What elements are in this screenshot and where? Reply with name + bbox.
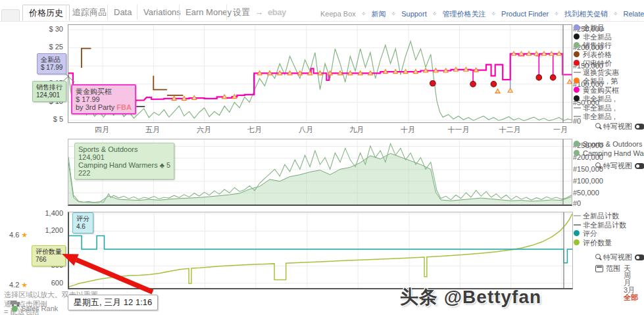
y-tick-count: 1,400	[25, 209, 63, 217]
legend-item-review-count[interactable]: 评价数量	[574, 239, 644, 247]
link-related-best-sellers[interactable]: Related Best Sellers	[624, 10, 644, 18]
legend-label: Sports & Outdoors	[583, 140, 643, 148]
legend-item-used-count[interactable]: 非全新品计数	[574, 221, 644, 230]
diamond-separator-icon: ✧	[388, 11, 400, 17]
legend-dot	[574, 24, 580, 30]
magnifier-icon	[595, 162, 601, 168]
legend-dot	[574, 95, 580, 101]
legend-item-buybox[interactable]: 黄金购买框	[574, 86, 644, 95]
rating-review-chart[interactable]	[68, 212, 573, 289]
y-tick-count: 600	[25, 279, 63, 287]
legend-label: 销售排行	[583, 41, 612, 49]
legend-item-new-3rd[interactable]: 全新品 , 第	[574, 77, 644, 85]
y-tick-rank2: #50,000	[573, 189, 599, 197]
legend-label: Camping Hand Warmers	[583, 149, 644, 157]
closeup-view-toggle-2[interactable]: 特写视图	[595, 162, 644, 171]
magnifier-icon	[595, 254, 601, 259]
price-history-chart[interactable]	[68, 24, 572, 123]
x-tick-month: 十二月	[499, 125, 521, 135]
legend-item-subcategory[interactable]: Camping Hand Warmers	[574, 149, 644, 158]
legend-dot	[574, 87, 580, 93]
y-tick-count: 1,200	[25, 226, 63, 234]
x-tick-month: 十月	[401, 125, 415, 135]
legend-item-lightning-deal[interactable]: 闪电特价	[574, 59, 644, 68]
top-links: Keepa Box ✧ 新闻 ✧ Support ✧ 管理价格关注 ✧ Prod…	[320, 9, 644, 20]
legend-label: 列表价格	[583, 51, 612, 59]
keepa-price-history-page: { "tabs": {"items": [ {"label": "价格历史", …	[0, 0, 644, 315]
diamond-separator-icon: ✧	[358, 11, 370, 17]
legend-line	[574, 215, 581, 216]
rating-tick-top: 4.6 ★	[9, 231, 28, 239]
y-tick-price: $ 30	[25, 25, 63, 33]
x-tick-month: 七月	[247, 125, 262, 135]
legend-item-new-count[interactable]: 全新品计数	[574, 212, 644, 220]
calendar-icon	[595, 265, 603, 272]
sales-rank-bottom-legend: Sales Rank	[12, 304, 58, 312]
star-icon: ★	[21, 281, 28, 289]
tooltip-new-price: 全新品$ 17.99	[37, 53, 66, 74]
legend-item-category[interactable]: Sports & Outdoors	[574, 140, 644, 149]
tab-price-history[interactable]: 价格历史	[22, 5, 70, 20]
legend-line	[574, 107, 581, 109]
legend-item-used[interactable]: 非全新品	[574, 33, 644, 41]
fba-badge: FBA	[116, 103, 132, 111]
closeup-view-label: 特写视图	[603, 122, 632, 130]
keepa-box-label: Keepa Box	[320, 10, 356, 18]
tooltip-buybox: 黄金购买框$ 17.99 by 3rd Party FBA	[71, 84, 136, 114]
tab-tracked-products[interactable]: 追踪商品	[66, 5, 112, 20]
range-option-all[interactable]: 全部	[624, 293, 638, 303]
diamond-separator-icon: ✧	[551, 11, 562, 17]
diamond-separator-icon: ✧	[610, 11, 622, 17]
x-tick-month: 九月	[349, 125, 364, 135]
legend-item-rating[interactable]: 评分	[574, 230, 644, 238]
x-tick-month: 十一月	[448, 125, 470, 135]
green-dot-icon	[12, 306, 18, 312]
legend-label: 全新品	[583, 24, 605, 32]
legend-line	[574, 72, 581, 73]
legend-item-list-price[interactable]: 列表价格	[574, 51, 644, 59]
legend-label: 非全新品计数	[583, 221, 626, 229]
legend-item-new[interactable]: 全新品	[574, 24, 644, 32]
toggle-icon	[635, 124, 644, 130]
legend-dot	[574, 42, 580, 48]
tab-data[interactable]: Data	[107, 5, 137, 20]
rating-tick-bottom: 4.2 ★	[9, 281, 28, 289]
category-tree-icon: ♣	[160, 161, 164, 169]
legend-item-used-1[interactable]: 非全新品 ,	[574, 95, 644, 103]
legend-dot	[574, 239, 580, 245]
legend-label: 全新品计数	[583, 212, 619, 220]
tooltip-rating: 评分4.6	[72, 212, 93, 233]
tooltip-review-count: 评价数量766	[32, 245, 66, 266]
legend-label: 黄金购买框	[583, 86, 619, 94]
closeup-view-label: 特写视图	[603, 162, 632, 170]
legend-item-used-3[interactable]: 非全新品 ,	[574, 112, 644, 121]
legend-dot	[574, 230, 580, 236]
x-tick-month: 五月	[145, 125, 160, 135]
closeup-view-toggle-3[interactable]: 特写视图	[595, 253, 644, 262]
legend-label: 全新品 , 第	[583, 77, 618, 85]
tab-ebay[interactable]: ebay	[262, 5, 292, 20]
link-find-deals[interactable]: 找到相关促销	[564, 10, 608, 18]
legend-label: 退换货实惠	[583, 68, 619, 76]
range-selector: 范围	[595, 264, 620, 274]
link-news[interactable]: 新闻	[372, 10, 386, 18]
link-support[interactable]: Support	[401, 10, 427, 18]
legend-label: 非全新品 ,	[583, 112, 616, 120]
link-product-finder[interactable]: Product Finder	[501, 10, 549, 18]
range-label: 范围	[606, 264, 620, 272]
legend-dot	[574, 78, 580, 84]
legend-line	[574, 116, 581, 117]
legend-item-sales-rank[interactable]: 销售排行	[574, 41, 644, 50]
link-manage-price-watch[interactable]: 管理价格关注	[442, 10, 485, 18]
price-history-plot-svg	[68, 25, 572, 122]
legend-item-used-2[interactable]: 非全新品 ,	[574, 104, 644, 112]
closeup-view-toggle-1[interactable]: 特写视图	[595, 122, 644, 132]
x-tick-month: 八月	[299, 125, 313, 135]
legend-label: 评分	[583, 230, 597, 237]
legend-label: 闪电特价	[583, 59, 612, 67]
legend-label: 评价数量	[583, 239, 612, 247]
tooltip-category: Sports & Outdoors124,901 Camping Hand Wa…	[74, 143, 174, 180]
legend-item-warehouse[interactable]: 退换货实惠	[574, 68, 644, 77]
legend-dot	[574, 34, 580, 39]
toggle-icon	[635, 163, 644, 169]
